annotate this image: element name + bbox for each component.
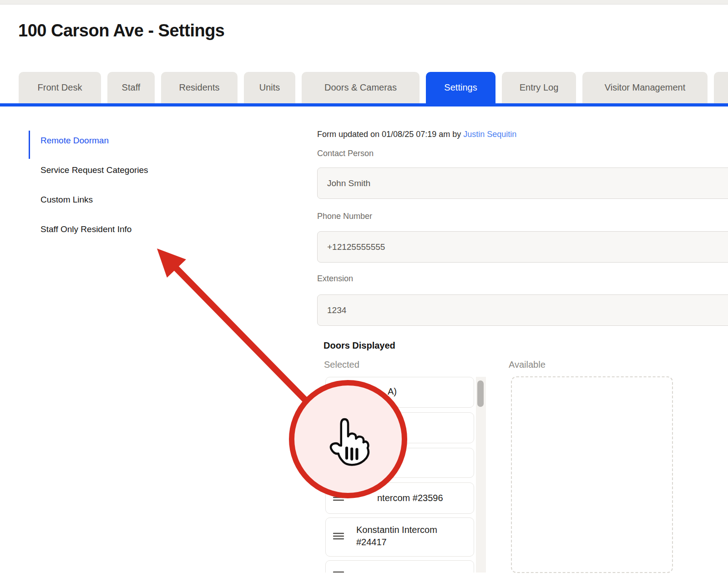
selected-column-label: Selected [324, 360, 359, 370]
sidebar-item-service-request-categories[interactable]: Service Request Categories [40, 165, 148, 175]
door-item-label: A) [388, 386, 397, 397]
window-edge-strip [0, 0, 728, 5]
contact-person-field[interactable] [317, 167, 728, 199]
page-title: 100 Carson Ave - Settings [18, 21, 225, 41]
door-item[interactable]: A) [325, 377, 474, 408]
tab-bar: Front Desk Staff Residents Units Doors &… [19, 72, 728, 103]
drag-handle-icon[interactable] [333, 570, 344, 573]
scrollbar-thumb[interactable] [477, 380, 484, 407]
drag-handle-icon[interactable] [333, 387, 344, 398]
tab-partial[interactable] [714, 72, 728, 103]
tab-settings[interactable]: Settings [426, 72, 495, 103]
available-doors-dropzone[interactable] [511, 376, 673, 573]
tab-units[interactable]: Units [244, 72, 295, 103]
door-item[interactable] [325, 412, 474, 443]
drag-handle-icon[interactable] [333, 532, 344, 542]
contact-person-label: Contact Person [317, 149, 374, 158]
tab-staff[interactable]: Staff [107, 72, 155, 103]
extension-field[interactable] [317, 294, 728, 326]
tab-entry-log[interactable]: Entry Log [502, 72, 576, 103]
form-updated-note: Form updated on 01/08/25 07:19 am by Jus… [317, 130, 516, 139]
door-item-label: Konstantin Intercom #24417 [356, 524, 437, 548]
extension-label: Extension [317, 274, 353, 284]
door-item[interactable] [325, 448, 474, 478]
tab-doors-cameras[interactable]: Doors & Cameras [302, 72, 420, 103]
sidebar-item-staff-only-resident-info[interactable]: Staff Only Resident Info [40, 224, 131, 234]
sidebar-item-remote-doorman[interactable]: Remote Doorman [40, 136, 109, 146]
selected-doors-list: A) ntercom #23596 Konstantin [324, 377, 486, 573]
sidebar-item-custom-links[interactable]: Custom Links [40, 195, 93, 205]
drag-handle-icon[interactable] [333, 493, 344, 504]
tab-visitor-management[interactable]: Visitor Management [582, 72, 708, 103]
drag-handle-icon[interactable] [333, 457, 344, 468]
active-item-bar [29, 131, 30, 159]
updated-by-link[interactable]: Justin Sequitin [463, 130, 516, 139]
phone-number-label: Phone Number [317, 212, 372, 221]
active-tab-underline [0, 103, 728, 106]
settings-page: 100 Carson Ave - Settings Front Desk Sta… [0, 0, 728, 588]
door-list-scrollbar[interactable] [476, 377, 486, 573]
door-item-label: ntercom #23596 [377, 493, 443, 503]
door-item[interactable]: ntercom #23596 [325, 482, 474, 514]
available-column-label: Available [509, 360, 546, 370]
tab-front-desk[interactable]: Front Desk [19, 72, 101, 103]
door-item[interactable] [325, 560, 474, 573]
doors-displayed-label: Doors Displayed [324, 340, 395, 351]
drag-handle-icon[interactable] [333, 422, 344, 433]
annotation-arrow [157, 248, 308, 403]
door-item[interactable]: Konstantin Intercom #24417 [325, 517, 474, 557]
tab-residents[interactable]: Residents [161, 72, 238, 103]
phone-number-field[interactable] [317, 231, 728, 263]
